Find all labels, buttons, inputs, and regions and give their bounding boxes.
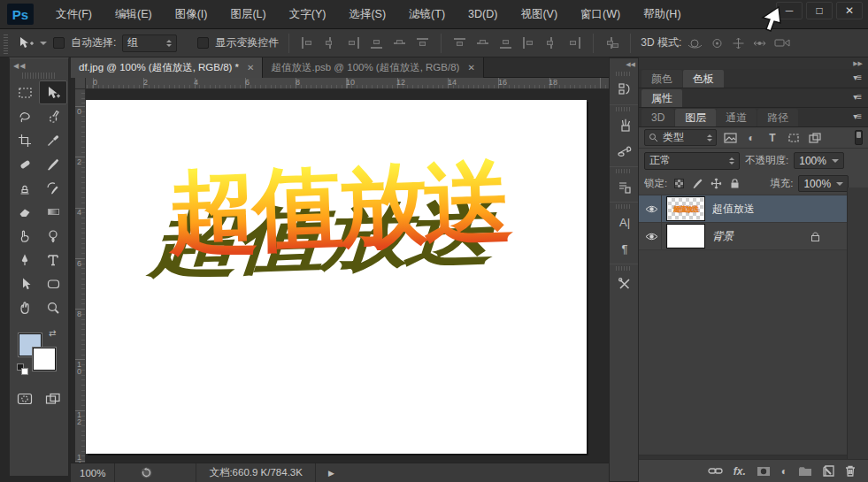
distribute-left-edges-icon[interactable] xyxy=(522,37,535,49)
options-grip[interactable] xyxy=(4,33,8,54)
link-layers-icon[interactable] xyxy=(708,467,723,475)
align-left-edges-icon[interactable] xyxy=(301,37,314,49)
distribute-right-edges-icon[interactable] xyxy=(568,37,581,49)
3d-slide-icon[interactable] xyxy=(753,37,766,50)
layer-comps-panel-icon[interactable] xyxy=(610,173,640,200)
background-color-swatch[interactable] xyxy=(33,348,56,371)
auto-select-dropdown[interactable]: 组 xyxy=(122,34,177,52)
layer-thumbnail[interactable]: 超值放送 xyxy=(667,197,704,220)
close-tab-icon[interactable]: ✕ xyxy=(247,63,254,73)
delete-layer-icon[interactable] xyxy=(845,465,856,477)
clone-stamp-tool[interactable] xyxy=(11,176,39,200)
smudge-tool[interactable] xyxy=(11,224,39,248)
menu-file[interactable]: 文件(F) xyxy=(44,0,104,29)
close-button[interactable]: ✕ xyxy=(836,2,863,19)
panel-scroll-gutter[interactable] xyxy=(847,187,868,459)
eyedropper-tool[interactable] xyxy=(39,128,67,152)
add-layer-mask-icon[interactable] xyxy=(757,466,771,477)
brush-presets-panel-icon[interactable] xyxy=(610,111,640,138)
menu-window[interactable]: 窗口(W) xyxy=(569,0,632,29)
screen-mode-button[interactable] xyxy=(39,386,67,410)
fill-value-box[interactable]: 100% xyxy=(798,175,849,192)
layer-row-selected[interactable]: 超值放送 超值放送 xyxy=(639,195,847,223)
horizontal-ruler[interactable]: 0 2 4 6 8 10 12 14 16 18 xyxy=(86,78,609,89)
pen-tool[interactable] xyxy=(11,248,39,272)
3d-scale-icon[interactable] xyxy=(774,37,790,49)
filter-type-dropdown[interactable]: 类型 xyxy=(644,129,717,146)
tool-presets-panel-icon[interactable] xyxy=(610,271,640,297)
layer-visibility-toggle[interactable] xyxy=(642,223,662,249)
dodge-tool[interactable] xyxy=(39,224,67,248)
menu-3d[interactable]: 3D(D) xyxy=(457,0,509,29)
quick-mask-mode-button[interactable] xyxy=(11,386,39,410)
vertical-ruler[interactable]: 0 2 4 6 8 10 12 14 xyxy=(75,89,86,463)
document-tab-active[interactable]: df.jpg @ 100% (超值放送, RGB/8) * ✕ xyxy=(71,57,263,78)
spot-healing-brush-tool[interactable] xyxy=(11,152,39,176)
lock-pixels-icon[interactable] xyxy=(691,177,704,190)
hand-tool[interactable] xyxy=(11,295,39,319)
menu-filter[interactable]: 滤镜(T) xyxy=(397,0,457,29)
align-top-edges-icon[interactable] xyxy=(416,37,429,49)
filter-pixel-layers-icon[interactable] xyxy=(722,131,738,145)
rectangular-marquee-tool[interactable] xyxy=(11,80,39,104)
panel-menu-icon[interactable]: ▾≡ xyxy=(853,111,861,121)
collapse-tools-icon[interactable]: ◀◀ xyxy=(13,62,26,70)
3d-rotate-icon[interactable] xyxy=(687,37,703,50)
document-size-info[interactable]: 文档:660.9 K/784.3K xyxy=(196,463,315,482)
layer-row-background[interactable]: 背景 xyxy=(639,223,847,250)
minimize-button[interactable]: ─ xyxy=(776,2,803,19)
quick-selection-tool[interactable] xyxy=(39,104,67,128)
ruler-origin-corner[interactable] xyxy=(75,78,86,89)
tab-3d[interactable]: 3D xyxy=(641,109,674,126)
distribute-top-edges-icon[interactable] xyxy=(453,37,466,49)
distribute-bottom-edges-icon[interactable] xyxy=(499,37,512,49)
new-group-icon[interactable] xyxy=(798,466,812,477)
filter-adjustment-layers-icon[interactable]: ◐ xyxy=(743,131,759,145)
menu-type[interactable]: 文字(Y) xyxy=(278,0,338,29)
swap-colors-icon[interactable]: ⇄ xyxy=(49,328,56,338)
auto-align-layers-icon[interactable] xyxy=(605,37,618,49)
blend-mode-dropdown[interactable]: 正常 xyxy=(644,152,740,170)
align-vertical-centers-icon[interactable] xyxy=(393,37,406,49)
layer-thumbnail[interactable] xyxy=(667,225,704,248)
tab-swatches[interactable]: 色板 xyxy=(683,70,724,88)
clone-source-panel-icon[interactable] xyxy=(610,138,640,164)
menu-select[interactable]: 选择(S) xyxy=(337,0,397,29)
distribute-horizontal-centers-icon[interactable] xyxy=(545,37,558,49)
new-layer-icon[interactable] xyxy=(823,465,834,477)
distribute-vertical-centers-icon[interactable] xyxy=(476,37,489,49)
layer-visibility-toggle[interactable] xyxy=(642,195,662,222)
type-tool[interactable] xyxy=(39,248,67,272)
tab-paths[interactable]: 路径 xyxy=(757,109,798,126)
3d-roll-icon[interactable] xyxy=(711,37,724,50)
filter-shape-layers-icon[interactable] xyxy=(786,131,802,145)
tab-channels[interactable]: 通道 xyxy=(716,109,757,126)
panel-menu-icon[interactable]: ▾≡ xyxy=(853,92,861,102)
character-panel-icon[interactable]: A| xyxy=(610,209,640,235)
crop-tool[interactable] xyxy=(11,128,39,152)
move-tool[interactable] xyxy=(39,80,67,104)
menu-edit[interactable]: 编辑(E) xyxy=(104,0,164,29)
show-transform-checkbox[interactable] xyxy=(197,37,209,49)
menu-help[interactable]: 帮助(H) xyxy=(632,0,692,29)
lock-all-icon[interactable] xyxy=(728,177,741,190)
tab-layers[interactable]: 图层 xyxy=(675,109,716,126)
menu-image[interactable]: 图像(I) xyxy=(164,0,219,29)
collapse-strip-icon[interactable]: ◀◀ xyxy=(626,61,635,68)
layer-name[interactable]: 超值放送 xyxy=(712,202,755,217)
path-selection-tool[interactable] xyxy=(11,272,39,295)
align-horizontal-centers-icon[interactable] xyxy=(324,37,337,49)
align-right-edges-icon[interactable] xyxy=(347,37,360,49)
align-bottom-edges-icon[interactable] xyxy=(370,37,383,49)
tools-grip[interactable] xyxy=(22,73,56,79)
panel-menu-icon[interactable]: ▾≡ xyxy=(853,73,861,82)
layer-styles-icon[interactable]: fx. xyxy=(734,465,746,478)
maximize-button[interactable]: □ xyxy=(806,2,833,19)
eraser-tool[interactable] xyxy=(11,200,39,224)
close-tab-icon[interactable]: ✕ xyxy=(467,63,474,73)
opacity-value-box[interactable]: 100% xyxy=(794,152,844,169)
new-adjustment-layer-icon[interactable]: ◐ xyxy=(781,465,787,478)
document-tab-inactive[interactable]: 超值放送.psb @ 100% (超值放送, RGB/8) ✕ xyxy=(263,57,483,78)
filter-type-layers-icon[interactable]: T xyxy=(764,131,780,145)
menu-layer[interactable]: 图层(L) xyxy=(219,0,277,29)
